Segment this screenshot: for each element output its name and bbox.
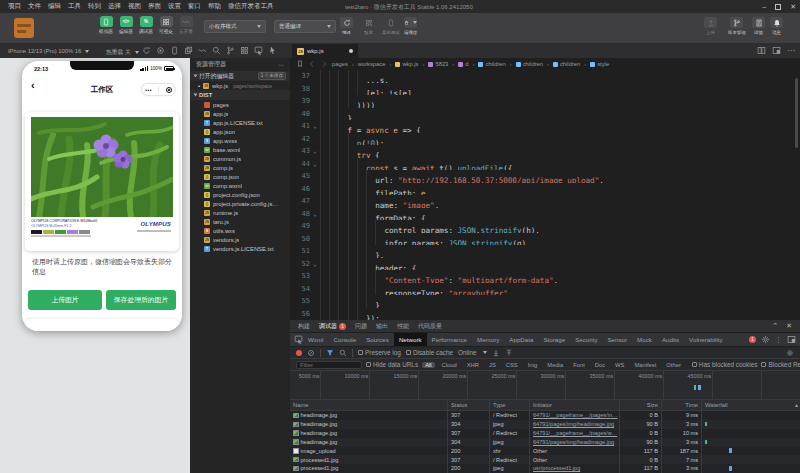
tree-item-app.js.LICENSE.txt[interactable]: Tapp.js.LICENSE.txt: [190, 118, 290, 127]
menu-界面[interactable]: 界面: [148, 2, 161, 11]
explorer-more-icon[interactable]: ⋯: [278, 61, 284, 68]
multi-window-icon[interactable]: [184, 46, 193, 55]
toolbar-button-模拟器[interactable]: 模拟器: [96, 16, 116, 34]
breadcrumb-item-children[interactable]: children: [516, 61, 543, 67]
initiator-link[interactable]: 64791/__pageframe__/pages/in…: [533, 412, 618, 418]
branch-icon[interactable]: [226, 46, 235, 55]
type-filter-XHR[interactable]: XHR: [464, 362, 482, 368]
type-filter-CSS[interactable]: CSS: [503, 362, 521, 368]
capsule-menu[interactable]: •••: [141, 83, 176, 96]
mode-dropdown[interactable]: 小程序模式: [204, 20, 266, 33]
breadcrumb-item-children[interactable]: children: [478, 61, 505, 67]
kebab-menu-icon[interactable]: ⋮: [775, 336, 782, 344]
panel-tab-输出[interactable]: 输出: [376, 322, 388, 331]
bookmark-icon[interactable]: [296, 60, 304, 68]
menu-帮助[interactable]: 帮助: [208, 2, 221, 11]
request-row-image_upload[interactable]: image_upload200xhrOther117 B187 ms: [290, 446, 800, 455]
breadcrumb-item-5823[interactable]: 5823: [428, 61, 448, 67]
disable-cache-checkbox[interactable]: Disable cache: [406, 349, 453, 356]
menu-文件[interactable]: 文件: [28, 2, 41, 11]
open-editors-section[interactable]: 打开的编辑器 1 个未保存: [190, 71, 290, 81]
panel-tab-构建[interactable]: 构建: [298, 322, 310, 331]
menu-选择[interactable]: 选择: [108, 2, 121, 11]
tree-item-common.js[interactable]: JScommon.js: [190, 154, 290, 163]
tree-item-vendors.js.LICENSE.txt[interactable]: Tvendors.js.LICENSE.txt: [190, 244, 290, 253]
inspect-icon[interactable]: [254, 46, 263, 55]
menu-微信开发者工具[interactable]: 微信开发者工具: [228, 2, 274, 11]
menu-项目[interactable]: 项目: [8, 2, 21, 11]
tree-item-project.config.json[interactable]: {}project.config.json: [190, 190, 290, 199]
grid-icon[interactable]: [240, 46, 249, 55]
devtools-tab-AppData[interactable]: AppData: [504, 333, 538, 346]
breadcrumb-item-d[interactable]: d: [458, 61, 468, 67]
filter-icon[interactable]: [326, 349, 334, 357]
dock-side-icon[interactable]: [787, 335, 796, 344]
tree-item-pages[interactable]: pages: [190, 100, 290, 109]
devtools-tab-Memory[interactable]: Memory: [472, 333, 504, 346]
type-filter-Media[interactable]: Media: [544, 362, 566, 368]
scroll-up-icon[interactable]: ▲: [794, 402, 799, 408]
record-network-button[interactable]: [296, 350, 302, 356]
panel-tab-性能[interactable]: 性能: [397, 322, 409, 331]
panel-tab-问题[interactable]: 问题: [355, 322, 367, 331]
action-button-编译[interactable]: 编译: [340, 17, 353, 35]
toolbar-button-云开发[interactable]: 云开发: [176, 16, 196, 34]
search-requests-icon[interactable]: [339, 349, 347, 357]
dist-section[interactable]: DIST: [190, 90, 290, 100]
settings-icon[interactable]: [761, 335, 770, 344]
layout-icon[interactable]: [772, 46, 781, 55]
flower-photo[interactable]: [31, 117, 173, 217]
editor-scrollbar[interactable]: [795, 78, 798, 148]
fold-chevron-icon[interactable]: ⌄: [310, 145, 320, 158]
column-header-Type[interactable]: Type: [490, 400, 530, 410]
network-overview-timeline[interactable]: 5000 ms10000 ms15000 ms20000 ms25000 ms3…: [290, 371, 800, 400]
type-filter-Manifest[interactable]: Manifest: [631, 362, 659, 368]
breadcrumb-item-workspace[interactable]: workspace: [358, 61, 386, 67]
menu-视图[interactable]: 视图: [128, 2, 141, 11]
devtools-tab-Sources[interactable]: Sources: [361, 333, 394, 346]
close-panel-icon[interactable]: ✕: [786, 322, 792, 330]
request-row-headimage.jpg[interactable]: headimage.jpg307/ Redirect64791/__pagefr…: [290, 411, 800, 420]
column-header-Size[interactable]: Size: [620, 400, 662, 410]
tree-item-comp.json[interactable]: {}comp.json: [190, 172, 290, 181]
devtools-tab-Sensor[interactable]: Sensor: [602, 333, 632, 346]
devtools-tab-Audits[interactable]: Audits: [657, 333, 684, 346]
panel-tab-调试器[interactable]: 调试器1: [319, 322, 346, 331]
request-row-processed1.jpg[interactable]: processed1.jpg307/ RedirectOther0 B7 ms: [290, 455, 800, 464]
tree-item-project.private.config.js…[interactable]: {}project.private.config.js…: [190, 199, 290, 208]
devtools-tab-Security[interactable]: Security: [570, 333, 602, 346]
request-row-headimage.jpg[interactable]: headimage.jpg307/ Redirect64791/__pagefr…: [290, 429, 800, 438]
type-filter-JS[interactable]: JS: [486, 362, 499, 368]
split-editor-icon[interactable]: [757, 46, 766, 55]
initiator-link[interactable]: 64791/pages/img/headimage.jpg: [533, 439, 614, 445]
tree-item-runtime.js[interactable]: JSruntime.js: [190, 208, 290, 217]
request-row-processed1.jpg[interactable]: processed1.jpg200jpegusr/processed1.jpg1…: [290, 464, 800, 473]
close-capsule-icon[interactable]: [166, 87, 172, 93]
hot-reload-toggle[interactable]: 热重载 关: [106, 48, 139, 57]
type-filter-WS[interactable]: WS: [612, 362, 627, 368]
clear-network-icon[interactable]: [307, 349, 315, 357]
column-header-Initiator[interactable]: Initiator: [530, 400, 620, 410]
request-row-headimage.jpg[interactable]: headimage.jpg304jpeg64791/pages/img/head…: [290, 438, 800, 447]
inspect-element-icon[interactable]: [294, 335, 303, 344]
devtools-tab-Storage[interactable]: Storage: [538, 333, 570, 346]
blocked-requests-checkbox[interactable]: Blocked Requests: [761, 361, 800, 368]
devtools-tab-Vulnerability[interactable]: Vulnerability: [684, 333, 727, 346]
fold-chevron-icon[interactable]: ⌄: [310, 258, 320, 271]
request-row-headimage.jpg[interactable]: headimage.jpg304jpeg64791/pages/img/head…: [290, 420, 800, 429]
breadcrumb-item-children[interactable]: children: [553, 61, 580, 67]
throttling-dropdown[interactable]: Online: [458, 349, 486, 356]
export-har-icon[interactable]: [505, 349, 513, 357]
right-button-版本管理[interactable]: 版本管理: [728, 17, 746, 35]
devtools-tab-Wxml[interactable]: Wxml: [303, 333, 328, 346]
panel-tab-代码质量[interactable]: 代码质量: [418, 322, 442, 331]
tree-item-comp.js[interactable]: JScomp.js: [190, 163, 290, 172]
maximize-button[interactable]: [775, 4, 781, 10]
import-har-icon[interactable]: [492, 349, 500, 357]
devtools-tab-Network[interactable]: Network: [394, 333, 427, 346]
open-editor-item-wkp.js[interactable]: •JSwkp.jspages/workspace: [190, 81, 290, 90]
devtools-tab-Mock[interactable]: Mock: [632, 333, 657, 346]
save-processed-button[interactable]: 保存处理后的图片: [106, 290, 176, 310]
type-filter-Other[interactable]: Other: [663, 362, 684, 368]
right-button-消息[interactable]: 消息: [770, 17, 783, 35]
